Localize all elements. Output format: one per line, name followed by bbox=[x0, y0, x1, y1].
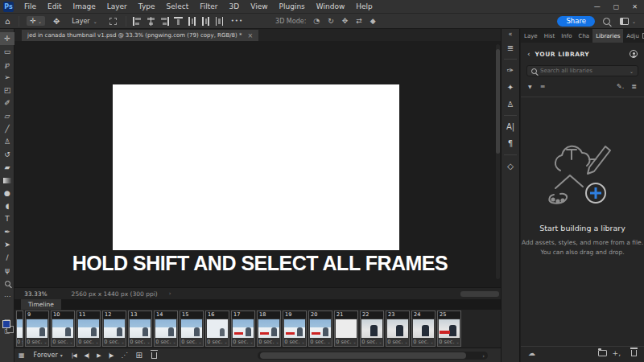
character-panel-icon[interactable]: A| bbox=[502, 118, 519, 135]
scrollbar-thumb[interactable] bbox=[260, 352, 466, 359]
lasso-tool[interactable]: ℘ bbox=[0, 58, 14, 71]
orbit-3d-icon[interactable]: ◔ bbox=[313, 17, 320, 25]
auto-select-icon[interactable]: ✥ bbox=[53, 17, 60, 26]
gradient-tool[interactable] bbox=[0, 174, 14, 187]
timeline-frame-12[interactable]: 120 sec. ⌄ bbox=[102, 311, 126, 347]
align-right-icon[interactable] bbox=[160, 17, 169, 26]
frame-duration[interactable]: 0 sec. ⌄ bbox=[180, 338, 203, 346]
close-document-icon[interactable]: × bbox=[247, 32, 253, 39]
status-chevron-icon[interactable]: › bbox=[169, 290, 171, 297]
new-frame-icon[interactable]: ⊞ bbox=[135, 351, 142, 360]
slide-3d-icon[interactable]: ⇄ bbox=[356, 17, 362, 25]
canvas-horizontal-scrollbar[interactable] bbox=[460, 291, 499, 297]
timeline-frame-17[interactable]: 170 sec. ⌄ bbox=[231, 311, 255, 347]
brush-tool[interactable]: ╱ bbox=[0, 122, 14, 135]
frame-duration[interactable]: 0 sec. ⌄ bbox=[335, 338, 357, 346]
filter-funnel-icon[interactable]: ▼ bbox=[528, 84, 532, 89]
timeline-frame-10[interactable]: 100 sec. ⌄ bbox=[51, 311, 75, 347]
home-icon[interactable]: ⌂ bbox=[5, 17, 10, 26]
brush-settings-panel-icon[interactable]: ✑ bbox=[502, 62, 519, 79]
cloud-sync-icon[interactable]: ☁ bbox=[528, 349, 535, 357]
frame-duration[interactable]: 0 sec. ⌄ bbox=[232, 338, 254, 346]
align-left-icon[interactable] bbox=[133, 17, 142, 26]
previous-frame-button[interactable]: ◀| bbox=[85, 352, 89, 359]
scrollbar-thumb[interactable] bbox=[496, 49, 500, 154]
library-search-box[interactable]: ⌄ bbox=[526, 65, 638, 76]
menu-select[interactable]: Select bbox=[160, 0, 194, 14]
move-tool-option[interactable]: ✛⌄ bbox=[27, 16, 45, 26]
back-chevron-icon[interactable]: ‹ bbox=[527, 50, 530, 58]
clone-stamp-tool[interactable]: ♙ bbox=[0, 135, 14, 148]
frame-duration[interactable]: 0 sec. ⌄ bbox=[283, 338, 306, 346]
foreground-color-swatch[interactable] bbox=[2, 320, 10, 328]
workspace-switcher-icon[interactable] bbox=[620, 18, 629, 25]
pen-tool[interactable]: ✒ bbox=[0, 225, 14, 238]
timeline-frame-9[interactable]: 90 sec. ⌄ bbox=[25, 311, 49, 347]
tab-libraries[interactable]: Libraries bbox=[592, 29, 623, 43]
frame-duration[interactable]: 0 sec. ⌄ bbox=[438, 338, 460, 346]
frame-duration[interactable]: 0 sec. ⌄ bbox=[258, 338, 280, 346]
timeline-frame-20[interactable]: 200 sec. ⌄ bbox=[308, 311, 332, 347]
timeline-frame-partial[interactable]: 0 sec. ⌄ bbox=[16, 311, 23, 347]
frame-duration[interactable]: 0 sec. ⌄ bbox=[206, 338, 229, 346]
zoom-level[interactable]: 33.33% bbox=[24, 290, 47, 298]
timeline-frame-18[interactable]: 180 sec. ⌄ bbox=[257, 311, 281, 347]
drag-3d-icon[interactable]: ✥ bbox=[342, 17, 349, 25]
crop-tool[interactable]: ◰ bbox=[0, 84, 14, 97]
timeline-frame-15[interactable]: 150 sec. ⌄ bbox=[180, 311, 204, 347]
timeline-frame-14[interactable]: 140 sec. ⌄ bbox=[154, 311, 178, 347]
sort-icon[interactable]: ≡ bbox=[540, 83, 546, 90]
tab-info[interactable]: Info bbox=[558, 29, 575, 43]
play-button[interactable]: ▶ bbox=[97, 352, 100, 359]
search-icon[interactable] bbox=[603, 18, 610, 25]
menu-plugins[interactable]: Plugins bbox=[274, 0, 311, 14]
add-content-icon[interactable]: +, bbox=[613, 349, 621, 357]
delete-icon[interactable] bbox=[631, 350, 637, 356]
hand-tool[interactable]: ψ bbox=[0, 264, 14, 277]
frame-duration[interactable]: 0 sec. ⌄ bbox=[386, 338, 409, 346]
menu-filter[interactable]: Filter bbox=[194, 0, 223, 14]
3d-panel-icon[interactable]: ◇ bbox=[502, 158, 519, 175]
tab-layers[interactable]: Laye bbox=[521, 29, 541, 43]
zoom-tool[interactable] bbox=[0, 277, 14, 290]
timeline-frame-21[interactable]: 210 sec. ⌄ bbox=[334, 311, 358, 347]
timeline-frame-16[interactable]: 160 sec. ⌄ bbox=[205, 311, 229, 347]
edit-view-icon[interactable]: ✎. bbox=[617, 83, 624, 90]
align-center-h-icon[interactable] bbox=[147, 17, 155, 26]
menu-type[interactable]: Type bbox=[133, 0, 161, 14]
frame-duration[interactable]: 0 sec. ⌄ bbox=[155, 338, 177, 346]
frame-duration[interactable]: 0 sec. ⌄ bbox=[52, 338, 74, 346]
loop-selector[interactable]: Forever bbox=[34, 352, 58, 359]
timeline-scrollbar[interactable]: › bbox=[258, 352, 488, 360]
edit-toolbar-icon[interactable]: ⋯ bbox=[0, 293, 14, 300]
timeline-frame-22[interactable]: 220 sec. ⌄ bbox=[360, 311, 384, 347]
document-tab[interactable]: jed in canada thumbnail v1.psd @ 33.3% (… bbox=[22, 30, 258, 41]
dolly-3d-icon[interactable]: ◆ bbox=[370, 17, 376, 25]
more-options-icon[interactable]: ••• bbox=[231, 18, 243, 24]
timeline-tab[interactable]: Timeline bbox=[21, 299, 61, 310]
menu-layer[interactable]: Layer bbox=[101, 0, 133, 14]
timeline-frame-11[interactable]: 110 sec. ⌄ bbox=[76, 311, 101, 347]
object-selection-tool[interactable]: ➢ bbox=[0, 71, 14, 84]
timeline-frame-25[interactable]: 250 sec. ⌄ bbox=[437, 311, 461, 347]
clone-source-panel-icon[interactable]: ♙ bbox=[502, 96, 519, 113]
next-frame-button[interactable]: |▶ bbox=[109, 352, 114, 359]
collapse-panels-icon[interactable]: « bbox=[502, 29, 519, 39]
menu-window[interactable]: Window bbox=[311, 0, 351, 14]
first-frame-button[interactable]: |◀ bbox=[72, 352, 76, 359]
paragraph-panel-icon[interactable]: ¶ bbox=[502, 135, 519, 152]
line-tool[interactable]: ∕ bbox=[0, 251, 14, 264]
history-brush-tool[interactable]: ↺ bbox=[0, 148, 14, 161]
tab-adjustments[interactable]: Adju bbox=[623, 29, 642, 43]
document-canvas[interactable] bbox=[113, 84, 399, 250]
type-tool[interactable]: T bbox=[0, 212, 14, 225]
menu-image[interactable]: Image bbox=[68, 0, 101, 14]
scroll-right-icon[interactable]: › bbox=[482, 353, 485, 360]
tween-frames-icon[interactable]: ⋰ bbox=[121, 352, 127, 359]
delete-frame-icon[interactable] bbox=[151, 352, 157, 359]
frame-duration[interactable]: 0 sec. ⌄ bbox=[361, 338, 383, 346]
distribute-horizontal-icon[interactable] bbox=[201, 17, 210, 26]
marquee-tool[interactable]: ▭ bbox=[0, 45, 14, 58]
eyedropper-tool[interactable]: ✐ bbox=[0, 97, 14, 109]
menu-file[interactable]: File bbox=[19, 0, 42, 14]
